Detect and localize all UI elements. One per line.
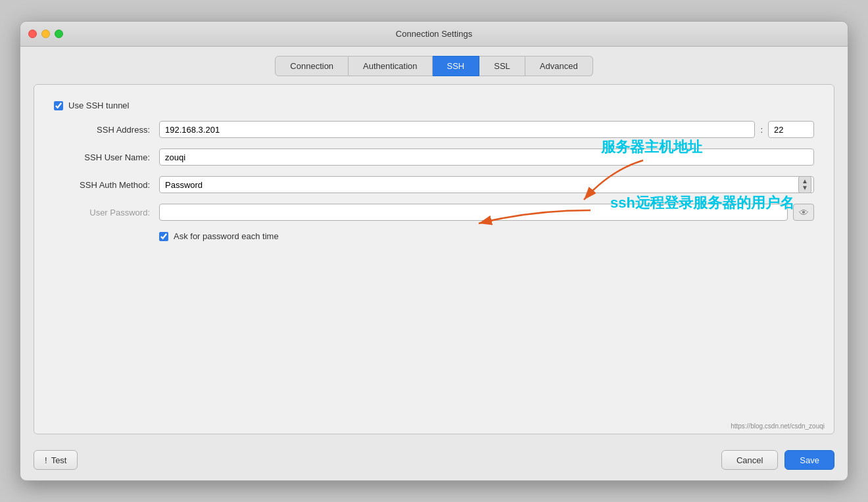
maximize-button[interactable] xyxy=(55,30,63,38)
use-ssh-tunnel-label[interactable]: Use SSH tunnel xyxy=(68,101,130,110)
port-input[interactable] xyxy=(768,121,814,138)
bottom-right-buttons: Cancel Save xyxy=(721,450,834,470)
annotation-server-host-text: 服务器主机地址 xyxy=(601,139,702,155)
ssh-auth-method-wrapper: Password Public Key ▲▼ xyxy=(159,176,814,193)
bottom-bar: ! Test Cancel Save xyxy=(20,442,848,480)
ssh-auth-method-label: SSH Auth Method: xyxy=(54,180,159,190)
use-ssh-tunnel-row: Use SSH tunnel xyxy=(54,101,814,110)
window-controls xyxy=(28,30,63,38)
test-label: Test xyxy=(51,455,67,465)
annotation-username: ssh远程登录服务器的用户名 xyxy=(610,193,794,213)
ssh-auth-method-select[interactable]: Password Public Key xyxy=(159,176,814,193)
ssh-address-input[interactable] xyxy=(159,121,755,138)
tab-advanced[interactable]: Advanced xyxy=(525,56,593,76)
tab-connection[interactable]: Connection xyxy=(275,56,349,76)
tab-ssl[interactable]: SSL xyxy=(479,56,525,76)
show-password-button[interactable]: 👁︎ xyxy=(793,204,814,221)
save-button[interactable]: Save xyxy=(784,450,834,470)
use-ssh-tunnel-checkbox[interactable] xyxy=(54,101,63,110)
eye-icon: 👁︎ xyxy=(799,207,809,218)
annotation-username-text: ssh远程登录服务器的用户名 xyxy=(610,194,794,211)
content-panel: Use SSH tunnel SSH Address: : SSH User N… xyxy=(34,84,834,434)
ssh-address-label: SSH Address: xyxy=(54,125,159,135)
ssh-username-input[interactable] xyxy=(159,148,814,166)
window-title: Connection Settings xyxy=(396,29,472,39)
test-icon: ! xyxy=(45,455,47,465)
close-button[interactable] xyxy=(28,30,37,38)
user-password-label: User Password: xyxy=(54,208,159,217)
titlebar: Connection Settings xyxy=(20,22,848,47)
minimize-button[interactable] xyxy=(41,30,50,38)
cancel-button[interactable]: Cancel xyxy=(721,450,778,470)
ssh-username-label: SSH User Name: xyxy=(54,152,159,162)
window: Connection Settings Connection Authentic… xyxy=(20,21,848,481)
ssh-address-row: SSH Address: : xyxy=(54,121,814,138)
tab-authentication[interactable]: Authentication xyxy=(349,56,432,76)
test-button[interactable]: ! Test xyxy=(34,450,78,470)
ssh-auth-method-row: SSH Auth Method: Password Public Key ▲▼ xyxy=(54,176,814,193)
ask-password-label[interactable]: Ask for password each time xyxy=(174,231,279,241)
watermark: https://blog.csdn.net/csdn_zouqi xyxy=(731,422,825,430)
annotation-server-host: 服务器主机地址 xyxy=(601,137,702,157)
ask-password-row: Ask for password each time xyxy=(54,231,814,241)
port-separator: : xyxy=(755,125,768,135)
tab-ssh[interactable]: SSH xyxy=(433,56,480,76)
tabs-area: Connection Authentication SSH SSL Advanc… xyxy=(20,47,848,76)
ask-password-checkbox[interactable] xyxy=(159,232,168,241)
